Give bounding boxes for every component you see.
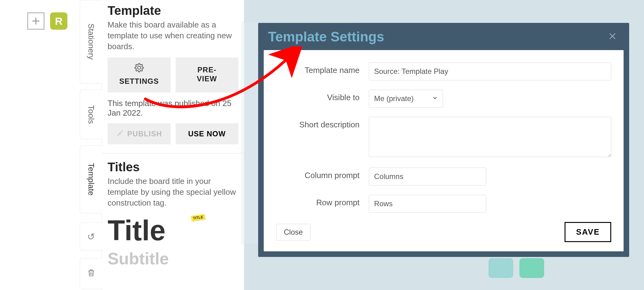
dialog-save-button[interactable]: SAVE [565,222,611,242]
template-publish-status: This template was published on 25 Jan 20… [108,99,238,118]
subtitle-construction-item[interactable]: Subtitle [108,249,238,268]
select-visible-value: Me (private) [374,94,414,103]
select-visible-to[interactable]: Me (private) [369,90,443,108]
tab-tools[interactable]: Tools [80,90,102,139]
label-row-prompt: Row prompt [276,195,360,207]
add-board-button[interactable] [27,12,45,30]
template-side-panel: Template Make this board available as a … [102,0,244,290]
input-row-prompt[interactable] [369,195,486,213]
user-avatar[interactable]: R [50,12,67,30]
left-icon-rail: R [0,0,80,290]
preview-button-line1: PRE- [198,66,216,75]
tab-template[interactable]: Template [80,145,102,213]
close-icon [608,32,617,41]
dialog-close-footer-button[interactable]: Close [276,224,310,241]
template-settings-dialog: Template Settings Template name Visible … [258,23,629,257]
side-tab-strip: Stationery Tools Template ↺ [80,0,102,290]
use-now-button[interactable]: USE NOW [176,123,239,144]
undo-button[interactable]: ↺ [80,223,102,250]
label-visible-to: Visible to [276,90,360,102]
template-section-title: Template [108,4,238,18]
template-settings-button[interactable]: SETTINGS [108,58,171,92]
title-construction-tag: TITLE [191,214,205,221]
plus-icon [31,16,41,26]
preview-button-line2: VIEW [197,75,217,83]
dialog-close-button[interactable] [606,30,619,44]
undo-icon: ↺ [87,231,95,242]
ghost-tile [488,258,513,278]
textarea-short-description[interactable] [369,117,611,157]
publish-button[interactable]: PUBLISH [108,123,171,144]
input-column-prompt[interactable] [369,168,486,186]
titles-section-desc: Include the board title in your template… [108,176,238,208]
title-display-text: Title [108,216,165,245]
label-column-prompt: Column prompt [276,168,360,180]
template-preview-button[interactable]: PRE- VIEW [176,58,239,92]
chevron-down-icon [432,95,438,102]
template-section-desc: Make this board available as a template … [108,19,238,52]
publish-button-label: PUBLISH [127,130,162,138]
ghost-tile [519,258,544,278]
trash-icon [87,268,96,279]
rocket-icon [116,129,124,139]
label-short-description: Short description [276,117,360,130]
title-construction-item[interactable]: Title TITLE [108,216,238,245]
input-template-name[interactable] [369,62,611,80]
trash-button[interactable] [80,258,102,289]
use-now-button-label: USE NOW [188,130,226,138]
avatar-letter: R [55,15,63,27]
dialog-title: Template Settings [268,29,384,45]
tab-stationery[interactable]: Stationery [80,0,102,83]
gear-icon [134,63,144,75]
label-template-name: Template name [276,62,360,75]
section-divider [102,153,244,153]
settings-button-label: SETTINGS [119,77,159,86]
titles-section-title: Titles [108,160,238,174]
